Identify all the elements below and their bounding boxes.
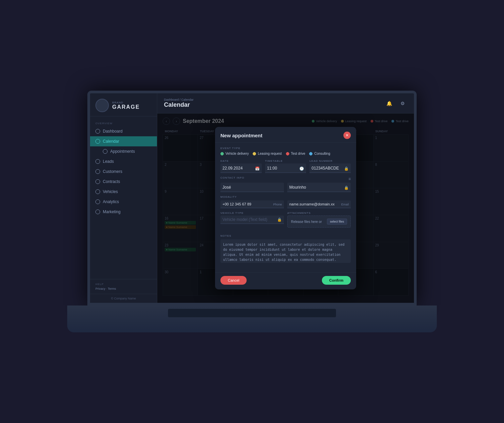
event-type-options: Vehicle delivery Leasing request Test dr… <box>220 152 351 155</box>
sidebar-logo: BRAND GARAGE <box>90 93 157 116</box>
modality-label: MODALITY <box>220 195 351 198</box>
app-name: GARAGE <box>112 104 140 110</box>
timetable-label: TIMETABLE <box>265 159 306 162</box>
main-content: Dashboard / Calendar Calendar 🔔 ⚙ ‹ › <box>157 93 414 303</box>
event-type-test-drive[interactable]: Test drive <box>286 152 305 155</box>
modal-title: New appointment <box>220 133 262 138</box>
dashboard-icon <box>95 129 100 134</box>
sidebar-nav: OVERVIEW Dashboard Calendar Appointments <box>90 116 157 279</box>
modal-footer: Cancel Confirm <box>215 272 356 289</box>
sidebar-item-contracts[interactable]: Contracts <box>90 177 157 187</box>
last-name-group: Mourinho 🔒 <box>287 183 351 192</box>
sidebar-item-vehicles[interactable]: Vehicles <box>90 187 157 197</box>
calendar-label: Calendar <box>103 139 119 144</box>
lead-number-label: LEAD NUMBER <box>309 159 351 162</box>
modality-row: Phone Email <box>220 200 351 208</box>
sidebar: BRAND GARAGE OVERVIEW Dashboard Calendar <box>90 93 157 303</box>
help-links: Privacy · Terms <box>95 287 152 290</box>
test-drive-radio <box>286 152 289 155</box>
modal-close-button[interactable]: ✕ <box>343 132 351 139</box>
cancel-button[interactable]: Cancel <box>220 276 247 285</box>
logo-avatar <box>95 99 109 112</box>
leads-icon <box>95 159 100 164</box>
sidebar-item-marketing[interactable]: Marketing <box>90 207 157 217</box>
contact-menu-icon[interactable]: ≡ <box>348 177 351 181</box>
phone-suffix: Phone <box>273 203 282 206</box>
sidebar-item-dashboard[interactable]: Dashboard <box>90 126 157 136</box>
modal-header: New appointment ✕ <box>215 127 356 143</box>
vehicle-type-group: VEHICLE TYPE 🔒 <box>220 211 284 231</box>
attachments-placeholder: Release files here or <box>291 220 322 224</box>
settings-icon[interactable]: ⚙ <box>398 99 407 108</box>
calendar-icon <box>95 139 100 144</box>
page-header: Dashboard / Calendar Calendar 🔔 ⚙ <box>157 93 414 113</box>
sidebar-item-appointments[interactable]: Appointments <box>90 146 157 156</box>
confirm-button[interactable]: Confirm <box>322 276 351 285</box>
event-type-label: EVENT TYPE <box>220 147 351 150</box>
event-type-vehicle-delivery[interactable]: Vehicle delivery <box>220 152 249 155</box>
attachments-group: ATTACHMENTS Release files here or select… <box>287 211 351 231</box>
marketing-label: Marketing <box>103 209 121 214</box>
lead-number-group: LEAD NUMBER 012345ABCDE 🔒 <box>309 159 351 173</box>
contact-lock-icon: 🔒 <box>344 186 349 190</box>
select-files-button[interactable]: select files <box>327 219 347 225</box>
lead-lock-icon: 🔒 <box>344 167 349 171</box>
modal-overlay: New appointment ✕ EVENT TYPE Vehicle del… <box>157 113 414 303</box>
sidebar-footer: © Company Name <box>90 294 157 303</box>
contracts-icon <box>95 179 100 184</box>
sidebar-help: HELP Privacy · Terms <box>90 279 157 294</box>
sidebar-item-leads[interactable]: Leads <box>90 156 157 167</box>
last-name-value[interactable]: Mourinho <box>287 183 351 192</box>
attachments-area[interactable]: Release files here or select files <box>287 216 351 228</box>
event-type-consulting[interactable]: Consulting <box>309 152 330 155</box>
first-name-value[interactable]: José <box>220 183 284 192</box>
vehicle-attach-row: VEHICLE TYPE 🔒 ATTACHMENTS <box>220 211 351 231</box>
email-group: Email <box>287 200 351 208</box>
sidebar-item-calendar[interactable]: Calendar <box>90 136 157 146</box>
contact-name-row: José Mourinho <box>220 183 351 192</box>
consulting-radio <box>309 152 312 155</box>
phone-group: Phone <box>220 200 284 208</box>
brand-label: BRAND <box>112 101 140 104</box>
leads-label: Leads <box>103 159 114 164</box>
contact-info-label: CONTACT INFO <box>220 176 244 179</box>
calendar-area: ‹ › September 2024 Vehicle delivery <box>157 113 414 303</box>
email-suffix: Email <box>341 203 349 206</box>
contracts-label: Contracts <box>103 179 120 184</box>
vehicles-label: Vehicles <box>103 189 118 194</box>
vehicles-icon <box>95 189 100 194</box>
sidebar-item-customers[interactable]: Customers <box>90 167 157 177</box>
event-type-leasing-request[interactable]: Leasing request <box>253 152 282 155</box>
leasing-request-radio <box>253 152 256 155</box>
appointments-icon <box>103 149 108 154</box>
vehicle-model-input[interactable] <box>220 216 284 224</box>
modal-body: EVENT TYPE Vehicle delivery Leasing requ… <box>215 143 356 272</box>
timetable-group: TIMETABLE 11:00 🕐 <box>265 159 306 173</box>
vehicle-type-label: VEHICLE TYPE <box>220 211 284 215</box>
dashboard-label: Dashboard <box>103 129 123 134</box>
vehicle-lock-icon: 🔒 <box>277 218 282 222</box>
first-name-group: José <box>220 183 284 192</box>
notes-textarea[interactable]: Lorem ipsum dolor sit amet, consectetur … <box>220 239 351 263</box>
new-appointment-modal: New appointment ✕ EVENT TYPE Vehicle del… <box>215 127 356 289</box>
customers-icon <box>95 169 100 174</box>
analytics-icon <box>95 199 100 204</box>
nav-section-label: OVERVIEW <box>90 118 157 126</box>
attachments-label: ATTACHMENTS <box>287 211 351 215</box>
notification-icon[interactable]: 🔔 <box>384 99 394 108</box>
analytics-label: Analytics <box>103 199 119 204</box>
page-title: Calendar <box>164 101 194 108</box>
customers-label: Customers <box>103 169 122 174</box>
appointments-label: Appointments <box>110 149 135 154</box>
help-label: HELP <box>95 283 152 286</box>
date-group: DATE 22.09.2024 📅 <box>220 159 262 173</box>
breadcrumb: Dashboard / Calendar <box>164 98 194 101</box>
notes-label: NOTES <box>220 234 351 237</box>
date-calendar-icon: 📅 <box>255 167 260 171</box>
sidebar-item-analytics[interactable]: Analytics <box>90 197 157 207</box>
date-time-lead-row: DATE 22.09.2024 📅 <box>220 159 351 173</box>
vehicle-delivery-radio <box>220 152 224 155</box>
date-label: DATE <box>220 159 262 162</box>
marketing-icon <box>95 209 100 214</box>
timetable-clock-icon: 🕐 <box>299 167 304 171</box>
